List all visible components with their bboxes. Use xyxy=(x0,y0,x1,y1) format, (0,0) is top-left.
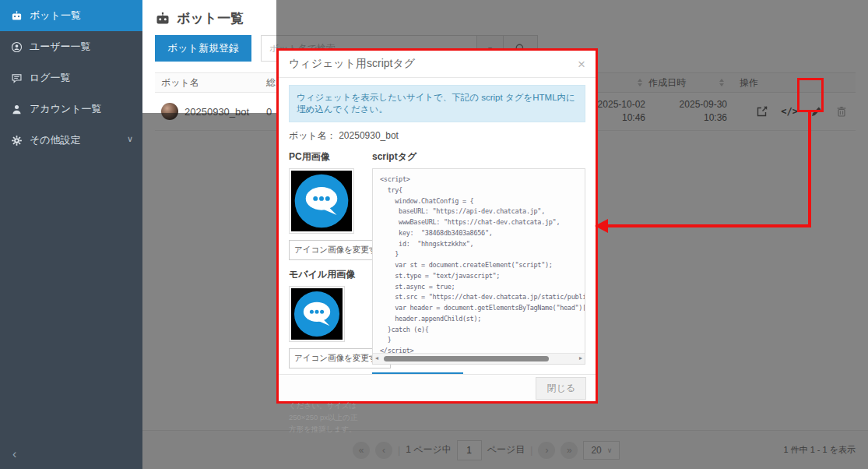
first-page-button[interactable]: « xyxy=(353,442,370,459)
script-code[interactable]: <script> try{ window.ChatConfig = { base… xyxy=(373,169,585,353)
sidebar-item-label: アカウント一覧 xyxy=(30,102,102,116)
code-icon[interactable]: </> xyxy=(781,106,798,117)
pc-icon-preview xyxy=(289,168,354,234)
mobile-image-label: モバイル用画像 xyxy=(289,268,364,281)
sidebar-item-label: ログ一覧 xyxy=(30,71,71,85)
page-header: ボット一覧 xyxy=(142,0,868,34)
col-header-bot-name[interactable]: ボット名 xyxy=(155,76,260,90)
script-tag-modal: ウィジェット用scriptタグ × ウィジェットを表示したいサイトで、下記の s… xyxy=(276,48,598,404)
gear-icon xyxy=(11,135,23,146)
edit-pencil-icon[interactable] xyxy=(810,105,823,118)
sidebar-item-label: その他設定 xyxy=(30,133,81,147)
delete-trash-icon[interactable] xyxy=(835,105,848,118)
col-header-ops: 操作 xyxy=(727,76,856,90)
results-summary: 1 件中 1 - 1 を表示 xyxy=(783,444,856,456)
pagination-controls: « ‹ | 1 ページ中 ページ目 | › » 20∨ xyxy=(353,440,620,460)
next-page-button[interactable]: › xyxy=(538,442,555,459)
app-window: ボット一覧 ユーザー一覧 ログ一覧 アカウント一覧 その他設定 ∨ ‹ ボット一… xyxy=(0,0,868,469)
scroll-right-icon[interactable]: ▸ xyxy=(579,354,582,361)
script-code-box: <script> try{ window.ChatConfig = { base… xyxy=(372,168,585,365)
col-header-created[interactable]: 作成日時 xyxy=(645,76,727,90)
per-page-select[interactable]: 20∨ xyxy=(583,441,620,460)
robot-icon xyxy=(11,10,23,22)
sort-icon[interactable] xyxy=(719,79,724,86)
page-number-input[interactable] xyxy=(457,440,482,460)
bot-name-value: 20250930_bot xyxy=(339,130,399,141)
bot-avatar xyxy=(161,103,178,120)
sidebar-item-logs[interactable]: ログ一覧 xyxy=(0,62,142,93)
chat-bubble-icon xyxy=(11,72,23,84)
chevron-down-icon[interactable]: ∨ xyxy=(127,134,133,144)
sidebar-item-label: ユーザー一覧 xyxy=(30,40,91,54)
new-bot-button[interactable]: ボット新規登録 xyxy=(155,35,251,62)
sidebar-item-settings[interactable]: その他設定 ∨ xyxy=(0,125,142,156)
scroll-left-icon[interactable]: ◂ xyxy=(375,354,378,361)
page-title: ボット一覧 xyxy=(177,9,244,27)
pc-image-label: PC用画像 xyxy=(289,150,364,164)
bot-name: 20250930_bot xyxy=(184,106,249,118)
chat-widget-icon xyxy=(291,171,352,231)
user-circle-icon xyxy=(11,41,23,53)
pages-total-label: 1 ページ中 xyxy=(406,443,452,457)
sidebar-item-accounts[interactable]: アカウント一覧 xyxy=(0,93,142,125)
sort-icon[interactable] xyxy=(638,79,642,86)
row-operations: </> xyxy=(727,105,856,118)
person-icon xyxy=(11,104,23,115)
updated-datetime: 2025-10-0210:46 xyxy=(598,98,645,125)
share-icon[interactable] xyxy=(756,105,768,118)
bot-name-line: ボット名： 20250930_bot xyxy=(289,129,585,143)
script-tag-label: scriptタグ xyxy=(372,150,585,164)
robot-icon xyxy=(155,11,170,26)
scrollbar-thumb[interactable] xyxy=(384,356,549,361)
modal-footer: 閉じる xyxy=(279,374,596,401)
sidebar: ボット一覧 ユーザー一覧 ログ一覧 アカウント一覧 その他設定 ∨ ‹ xyxy=(0,0,142,469)
page-suffix-label: ページ目 xyxy=(487,443,525,457)
sidebar-item-users[interactable]: ユーザー一覧 xyxy=(0,31,142,62)
modal-header: ウィジェット用scriptタグ × xyxy=(279,51,596,78)
modal-title: ウィジェット用scriptタグ xyxy=(289,57,415,71)
close-button[interactable]: 閉じる xyxy=(536,377,586,400)
horizontal-scrollbar[interactable]: ◂ ▸ xyxy=(373,353,585,364)
bot-name-label: ボット名： xyxy=(289,130,336,141)
close-icon[interactable]: × xyxy=(578,58,585,71)
caret-down-icon: ∨ xyxy=(607,446,613,454)
last-page-button[interactable]: » xyxy=(561,442,578,459)
sidebar-item-bots[interactable]: ボット一覧 xyxy=(0,0,142,31)
prev-page-button[interactable]: ‹ xyxy=(375,442,392,459)
pagination-bar: « ‹ | 1 ページ中 ページ目 | › » 20∨ 1 件中 1 - 1 を… xyxy=(142,430,868,469)
created-datetime: 2025-09-3010:36 xyxy=(680,98,727,125)
chat-widget-icon xyxy=(291,288,343,340)
mobile-icon-preview xyxy=(289,286,345,342)
sidebar-item-label: ボット一覧 xyxy=(30,9,81,23)
sidebar-collapse-button[interactable]: ‹ xyxy=(12,447,16,461)
info-message: ウィジェットを表示したいサイトで、下記の script タグをHTML内に埋め込… xyxy=(289,85,585,122)
